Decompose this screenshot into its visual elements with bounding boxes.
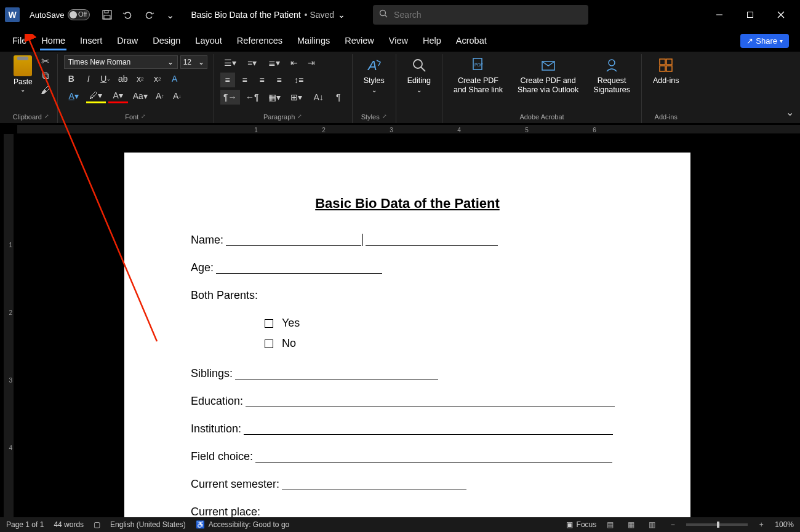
yes-label: Yes (282, 317, 300, 330)
line-spacing-button[interactable]: ↕≡ (289, 73, 309, 87)
shrink-font-button[interactable]: A↓ (170, 89, 185, 103)
align-left-button[interactable]: ≡ (220, 73, 235, 87)
spellcheck-icon[interactable]: ▢ (94, 520, 100, 529)
create-pdf-share-link-button[interactable]: PDF Create PDF and Share link (447, 54, 509, 96)
ltr-button[interactable]: ¶→ (220, 90, 240, 105)
close-button[interactable] (767, 5, 795, 25)
paste-button[interactable]: Paste ⌄ (10, 54, 36, 97)
tab-layout[interactable]: Layout (194, 32, 223, 49)
siblings-label: Siblings: (191, 367, 233, 380)
search-bar[interactable] (373, 5, 588, 25)
page-status[interactable]: Page 1 of 1 (6, 520, 44, 529)
borders-button[interactable]: ⊞▾ (287, 90, 306, 105)
bold-button[interactable]: B (64, 71, 79, 86)
save-icon[interactable] (101, 9, 113, 21)
autosave-toggle[interactable]: AutoSave Off (30, 9, 90, 20)
cut-icon[interactable]: ✂ (39, 54, 52, 68)
checkbox-yes[interactable] (265, 319, 273, 328)
styles-button[interactable]: A Styles ⌄ (358, 54, 391, 95)
font-family-dropdown[interactable]: Times New Roman⌄ (64, 55, 178, 69)
dialog-launcher-icon[interactable]: ⤢ (44, 113, 49, 121)
print-layout-icon[interactable]: ▦ (623, 518, 638, 531)
highlight-button[interactable]: 🖊▾ (86, 89, 106, 103)
tab-file[interactable]: File (11, 32, 28, 49)
chevron-down-icon[interactable]: ⌄ (20, 86, 25, 93)
tab-help[interactable]: Help (422, 32, 442, 49)
underline-button[interactable]: U ⌄ (98, 71, 113, 86)
focus-icon: ▣ (566, 520, 573, 529)
chevron-down-icon[interactable]: ⌄ (338, 10, 345, 20)
numbering-button[interactable]: ≡▾ (242, 55, 262, 70)
maximize-button[interactable] (736, 5, 764, 25)
subscript-button[interactable]: x2 (133, 71, 148, 86)
create-pdf-outlook-button[interactable]: Create PDF and Share via Outlook (511, 54, 585, 96)
document-area[interactable]: 1 2 3 4 Basic Bio Data of the Patient Na… (0, 134, 800, 517)
tab-design[interactable]: Design (151, 32, 182, 49)
increase-indent-button[interactable]: ⇥ (304, 55, 319, 70)
tab-mailings[interactable]: Mailings (296, 32, 331, 49)
bullets-button[interactable]: ☰▾ (220, 55, 240, 70)
italic-button[interactable]: I (81, 71, 96, 86)
font-size-dropdown[interactable]: 12⌄ (180, 55, 207, 69)
horizontal-ruler[interactable]: 1 2 3 4 5 6 (0, 123, 800, 134)
vertical-ruler[interactable]: 1 2 3 4 (4, 134, 14, 517)
addins-button[interactable]: Add-ins (647, 54, 685, 87)
language-status[interactable]: English (United States) (110, 520, 186, 529)
grow-font-button[interactable]: A↑ (153, 89, 167, 103)
collapse-ribbon-icon[interactable]: ⌄ (786, 106, 794, 118)
zoom-in-button[interactable]: + (754, 518, 769, 531)
tab-references[interactable]: References (236, 32, 284, 49)
tab-insert[interactable]: Insert (79, 32, 103, 49)
word-count[interactable]: 44 words (54, 520, 84, 529)
undo-icon[interactable] (122, 9, 134, 21)
copy-icon[interactable]: ⧉ (39, 69, 52, 82)
chevron-down-icon[interactable]: ▾ (780, 38, 783, 44)
svg-rect-1 (105, 10, 108, 13)
tab-acrobat[interactable]: Acrobat (455, 32, 488, 49)
shading-button[interactable]: ▦▾ (265, 90, 284, 105)
tab-review[interactable]: Review (343, 32, 375, 49)
rtl-button[interactable]: ←¶ (242, 90, 262, 105)
qat-dropdown-icon[interactable]: ⌄ (164, 9, 176, 21)
redo-icon[interactable] (143, 9, 155, 21)
change-case-button[interactable]: Aa▾ (130, 89, 150, 103)
multilevel-button[interactable]: ≣▾ (265, 55, 284, 70)
minimize-button[interactable] (705, 5, 734, 25)
request-signatures-button[interactable]: Request Signatures (587, 54, 636, 96)
format-painter-icon[interactable]: 🖌 (39, 84, 52, 97)
tab-home[interactable]: Home (40, 32, 66, 49)
statusbar: Page 1 of 1 44 words ▢ English (United S… (0, 517, 800, 532)
tab-draw[interactable]: Draw (116, 32, 139, 49)
superscript-button[interactable]: x2 (150, 71, 165, 86)
text-effects-button[interactable]: A (167, 71, 182, 86)
switch-off[interactable]: Off (68, 9, 90, 20)
zoom-slider[interactable] (686, 523, 748, 526)
accessibility-status[interactable]: ♿Accessibility: Good to go (196, 520, 289, 529)
decrease-indent-button[interactable]: ⇤ (287, 55, 302, 70)
dialog-launcher-icon[interactable]: ⤢ (382, 113, 387, 121)
justify-button[interactable]: ≡ (272, 73, 287, 87)
focus-button[interactable]: ▣Focus (566, 520, 597, 529)
search-input[interactable] (394, 10, 582, 20)
font-label: Font (125, 113, 138, 121)
strikethrough-button[interactable]: ab (116, 71, 130, 86)
sort-button[interactable]: A↓ (309, 90, 329, 105)
align-center-button[interactable]: ≡ (238, 73, 252, 87)
tab-view[interactable]: View (388, 32, 409, 49)
dialog-launcher-icon[interactable]: ⤢ (141, 113, 146, 121)
align-right-button[interactable]: ≡ (255, 73, 270, 87)
share-button[interactable]: ↗ Share ▾ (740, 34, 789, 48)
dialog-launcher-icon[interactable]: ⤢ (297, 113, 302, 121)
show-marks-button[interactable]: ¶ (331, 90, 346, 105)
font-color-button[interactable]: A▾ (64, 89, 84, 103)
checkbox-no[interactable] (265, 339, 273, 348)
web-layout-icon[interactable]: ▥ (644, 518, 659, 531)
font-color-2-button[interactable]: A▾ (108, 89, 128, 103)
read-mode-icon[interactable]: ▤ (602, 518, 617, 531)
zoom-out-button[interactable]: − (665, 518, 680, 531)
institution-label: Institution: (191, 423, 241, 435)
page[interactable]: Basic Bio Data of the Patient Name: Age:… (124, 153, 690, 517)
editing-button[interactable]: Editing ⌄ (401, 54, 437, 95)
zoom-level[interactable]: 100% (775, 520, 794, 529)
document-title[interactable]: Basic Bio Data of the Patient • Saved ⌄ (191, 10, 345, 20)
